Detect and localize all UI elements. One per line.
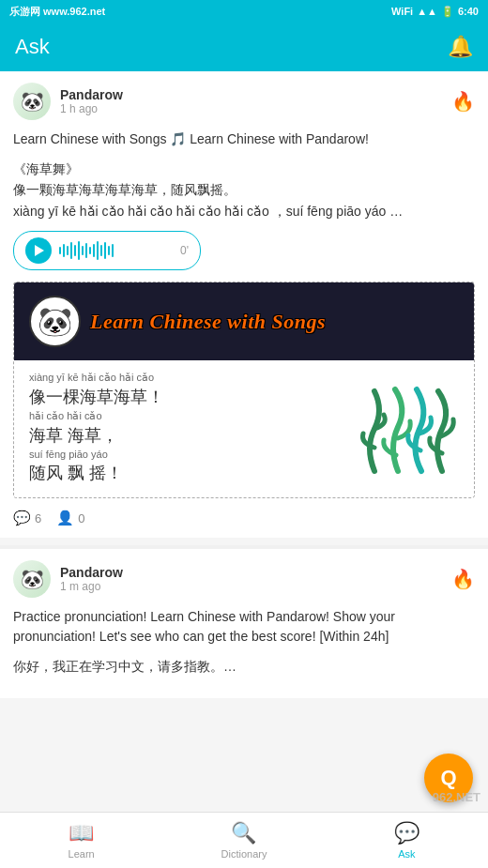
dictionary-icon: 🔍 — [231, 821, 256, 845]
post-text-2: Practice pronunciation! Learn Chinese wi… — [13, 607, 475, 647]
nav-item-ask[interactable]: 💬 Ask — [326, 815, 488, 865]
battery-icon: 🔋 — [441, 6, 454, 18]
time-display: 6:40 — [458, 6, 479, 17]
status-bar: 乐游网 www.962.net WiFi ▲▲ 🔋 6:40 — [0, 0, 488, 23]
avatar-pandarow-1: 🐼 — [13, 83, 51, 120]
status-right: WiFi ▲▲ 🔋 6:40 — [391, 6, 479, 18]
ask-label: Ask — [398, 848, 415, 860]
fire-icon-1[interactable]: 🔥 — [451, 90, 475, 113]
username-2: Pandarow — [60, 565, 123, 580]
lyrics-chinese-1: 像一棵海草海草！ — [29, 386, 356, 408]
fire-icon-2[interactable]: 🔥 — [451, 568, 475, 590]
site-badge-text: 乐游网 www.962.net — [9, 5, 105, 19]
lyrics-chinese-3: 随风 飘 摇！ — [29, 462, 356, 484]
audio-wave-1 — [59, 241, 173, 260]
share-count-1[interactable]: 👤 0 — [56, 510, 84, 526]
bell-icon[interactable]: 🔔 — [448, 35, 473, 59]
post-time-2: 1 m ago — [60, 580, 123, 593]
learn-icon: 📖 — [69, 821, 94, 845]
comment-count-1[interactable]: 💬 6 — [13, 510, 41, 526]
watermark: 962.NET — [433, 790, 480, 804]
post-chinese-2: 你好，我正在学习中文，请多指教。… — [13, 656, 475, 677]
nav-item-learn[interactable]: 📖 Learn — [0, 815, 162, 865]
post-time-1: 1 h ago — [60, 102, 123, 115]
post-text-1: Learn Chinese with Songs 🎵 Learn Chinese… — [13, 129, 475, 149]
comment-icon-1: 💬 — [13, 510, 31, 526]
content-area: 🐼 Pandarow 1 h ago 🔥 Learn Chinese with … — [0, 71, 488, 762]
audio-player-1[interactable]: 0' — [13, 231, 201, 270]
top-bar: Ask 🔔 — [0, 23, 488, 71]
learn-label: Learn — [69, 848, 95, 860]
ask-icon: 💬 — [394, 821, 419, 845]
post-footer-1: 💬 6 👤 0 — [13, 510, 475, 526]
page-title: Ask — [15, 35, 50, 59]
post-chinese-1: 《海草舞》 像一颗海草海草海草海草，随风飘摇。 xiàng yī kē hǎi … — [13, 159, 475, 221]
panda-icon: 🐼 — [29, 296, 81, 347]
song-banner: 🐼 Learn Chinese with Songs — [14, 282, 474, 360]
post-card-1: 🐼 Pandarow 1 h ago 🔥 Learn Chinese with … — [0, 71, 488, 538]
post-header-1: 🐼 Pandarow 1 h ago 🔥 — [13, 83, 475, 120]
lyrics-pinyin-1: xiàng yī kē hǎi cǎo hǎi cǎo — [29, 372, 356, 384]
share-icon-1: 👤 — [56, 510, 74, 526]
post-header-2: 🐼 Pandarow 1 m ago 🔥 — [13, 560, 475, 598]
bottom-nav: 📖 Learn 🔍 Dictionary 💬 Ask — [0, 812, 488, 868]
song-lyrics-box: xiàng yī kē hǎi cǎo hǎi cǎo 像一棵海草海草！ hǎi… — [14, 360, 474, 497]
lyrics-pinyin-2: hǎi cǎo hǎi cǎo — [29, 410, 356, 422]
username-1: Pandarow — [60, 87, 123, 102]
audio-time-1: 0' — [180, 244, 189, 257]
song-title-banner: Learn Chinese with Songs — [90, 310, 459, 334]
lyrics-chinese-2: 海草 海草， — [29, 424, 356, 447]
post-card-2: 🐼 Pandarow 1 m ago 🔥 Practice pronunciat… — [0, 549, 488, 697]
nav-item-dictionary[interactable]: 🔍 Dictionary — [162, 815, 325, 865]
avatar-pandarow-2: 🐼 — [13, 560, 51, 598]
play-button-1[interactable] — [25, 237, 52, 264]
signal-icon: ▲▲ — [417, 6, 437, 17]
lyrics-pinyin-3: suí fēng piāo yáo — [29, 449, 356, 460]
seaweed-image — [356, 382, 459, 476]
wifi-icon: WiFi — [391, 6, 413, 17]
dictionary-label: Dictionary — [221, 848, 267, 860]
song-image-1: 🐼 Learn Chinese with Songs xiàng yī kē h… — [13, 282, 475, 498]
